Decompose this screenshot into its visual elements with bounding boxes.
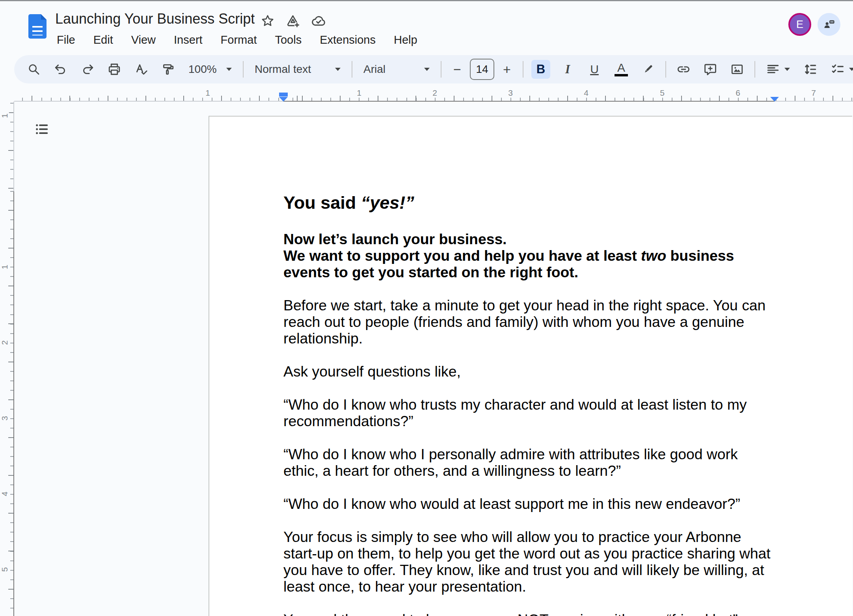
doc-paragraph: “Who do I know who I personally admire w… (283, 446, 775, 479)
paragraph-style-select[interactable]: Normal text (251, 63, 344, 76)
doc-paragraph-bold: Now let’s launch your business.We want t… (283, 231, 775, 280)
print-button[interactable] (105, 60, 124, 79)
toolbar-divider (352, 61, 352, 78)
add-comment-button[interactable] (701, 60, 720, 79)
person-chat-icon (822, 18, 836, 31)
ruler-number: 2 (0, 339, 9, 347)
cloud-saved-icon (311, 13, 326, 29)
redo-button[interactable] (78, 60, 97, 79)
ruler-number: 1 (0, 112, 9, 120)
google-docs-logo[interactable] (28, 14, 47, 39)
line-spacing-button[interactable] (801, 60, 820, 79)
chevron-down-icon (424, 68, 430, 71)
ruler-number: 3 (0, 414, 9, 422)
redo-icon (81, 63, 94, 76)
comment-add-icon (704, 63, 717, 76)
highlight-color-button[interactable] (639, 60, 657, 79)
text-color-button[interactable]: A (612, 60, 631, 79)
toolbar-divider (665, 61, 666, 78)
toolbar-divider (243, 61, 244, 78)
align-select[interactable] (763, 63, 793, 76)
style-value: Normal text (255, 63, 311, 76)
doc-paragraph: Ask yourself questions like, (283, 363, 775, 380)
show-outline-button[interactable] (31, 118, 53, 140)
menu-edit[interactable]: Edit (90, 33, 116, 47)
insert-link-button[interactable] (674, 60, 693, 79)
ruler-number: 6 (734, 88, 742, 98)
bold-button[interactable]: B (531, 60, 550, 79)
menu-insert[interactable]: Insert (171, 33, 206, 47)
doc-heading-emphasis: “yes!” (361, 193, 414, 213)
undo-button[interactable] (51, 60, 70, 79)
document-outline-icon (34, 121, 50, 137)
ruler-number: 3 (506, 88, 515, 98)
account-avatar[interactable]: E (788, 13, 811, 36)
toolbar-divider (523, 61, 523, 78)
paint-format-button[interactable] (158, 60, 177, 79)
zoom-select[interactable]: 100% (185, 63, 235, 76)
font-size-group: − 14 + (449, 59, 515, 80)
menu-extensions[interactable]: Extensions (317, 33, 379, 47)
show-people-button[interactable] (818, 13, 840, 36)
top-bar: Launching Your Business Script (0, 1, 853, 51)
first-line-indent-marker[interactable] (279, 93, 288, 96)
menu-bar: File Edit View Insert Format Tools Exten… (54, 33, 421, 47)
menu-help[interactable]: Help (391, 33, 421, 47)
ruler-half-ticks (8, 102, 13, 616)
doc-paragraph: Your focus is simply to see who will all… (283, 529, 775, 595)
vertical-ruler[interactable]: 1 1 2 3 4 5 (0, 102, 14, 616)
zoom-value: 100% (188, 63, 217, 76)
paint-roller-icon (161, 63, 175, 76)
move-folder-icon (285, 13, 300, 28)
right-indent-marker[interactable] (770, 97, 779, 102)
document-editing-area[interactable]: You said “yes!” Now let’s launch your bu… (209, 117, 852, 616)
text-color-icon: A (615, 62, 628, 76)
undo-icon (54, 63, 67, 76)
horizontal-ruler[interactable]: 1 1 2 3 4 5 6 7 (0, 87, 853, 102)
formatting-toolbar: 100% Normal text Arial − 14 + B (14, 55, 853, 83)
checklist-icon (831, 63, 844, 76)
menu-tools[interactable]: Tools (272, 33, 305, 47)
spell-check-button[interactable] (132, 60, 151, 79)
ruler-number: 4 (0, 490, 9, 498)
document-workspace: You said “yes!” Now let’s launch your bu… (14, 102, 853, 616)
menu-format[interactable]: Format (218, 33, 260, 47)
decrease-font-size-button[interactable]: − (449, 60, 465, 79)
font-size-input[interactable]: 14 (470, 59, 494, 80)
insert-image-button[interactable] (728, 60, 747, 79)
toolbar-divider (754, 61, 755, 78)
ruler-number: 5 (658, 88, 667, 98)
ruler-number: 1 (0, 263, 9, 271)
toolbar-divider (441, 61, 441, 78)
checklist-select[interactable] (828, 63, 853, 76)
plus-icon: + (503, 62, 511, 77)
underline-button[interactable]: U (585, 60, 604, 79)
doc-heading: You said “yes!” (283, 191, 775, 214)
move-button[interactable] (285, 13, 300, 28)
ruler-number: 1 (355, 88, 363, 98)
menu-file[interactable]: File (54, 33, 78, 47)
search-menus-button[interactable] (24, 60, 43, 79)
star-button[interactable] (260, 13, 275, 28)
search-icon (27, 63, 41, 76)
increase-font-size-button[interactable]: + (499, 60, 515, 79)
chevron-down-icon (784, 68, 790, 71)
chevron-down-icon (849, 68, 853, 71)
chevron-down-icon (226, 68, 232, 71)
doc-bold-emphasis: two (641, 247, 666, 264)
doc-paragraph: Before we start, take a minute to get yo… (283, 297, 775, 347)
ruler-number: 4 (582, 88, 590, 98)
document-status-button[interactable] (311, 13, 326, 29)
menu-view[interactable]: View (128, 33, 159, 47)
doc-paragraph: “Who do I know who trusts my character a… (283, 396, 775, 429)
ruler-number: 7 (809, 88, 818, 98)
google-docs-window: Launching Your Business Script (0, 0, 853, 616)
left-indent-marker[interactable] (279, 97, 288, 102)
chevron-down-icon (335, 68, 341, 71)
star-icon (260, 13, 275, 28)
link-icon (676, 62, 691, 76)
font-family-select[interactable]: Arial (360, 63, 433, 76)
print-icon (108, 63, 121, 76)
italic-button[interactable]: I (558, 60, 577, 79)
document-title[interactable]: Launching Your Business Script (55, 11, 255, 27)
